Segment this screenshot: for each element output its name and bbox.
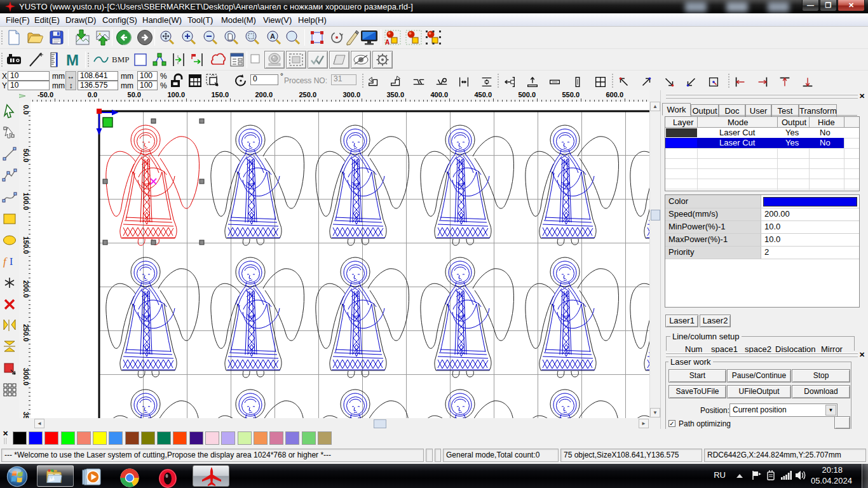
svg-text:150.0: 150.0 — [22, 236, 30, 254]
svg-text:100.0: 100.0 — [22, 193, 30, 210]
svg-text:500.0: 500.0 — [518, 91, 536, 98]
svg-text:150.0: 150.0 — [211, 91, 229, 98]
svg-text:550.0: 550.0 — [562, 91, 580, 98]
svg-text:300.0: 300.0 — [22, 368, 30, 386]
svg-text:400.0: 400.0 — [430, 91, 448, 98]
svg-text:250.0: 250.0 — [22, 324, 30, 342]
svg-text:A: A — [385, 39, 390, 46]
svg-text:200.0: 200.0 — [22, 280, 30, 298]
svg-text:250.0: 250.0 — [299, 91, 316, 98]
svg-text:200.0: 200.0 — [255, 91, 273, 98]
svg-text:450.0: 450.0 — [474, 91, 492, 98]
svg-text:-50.0: -50.0 — [37, 91, 53, 98]
svg-text:0.0: 0.0 — [88, 91, 97, 98]
svg-text:100.0: 100.0 — [167, 91, 185, 98]
svg-text:350.0: 350.0 — [22, 412, 30, 418]
svg-text:350.0: 350.0 — [386, 91, 404, 98]
svg-text:300.0: 300.0 — [342, 91, 360, 98]
svg-text:I: I — [10, 256, 13, 267]
svg-text:A: A — [270, 32, 275, 40]
svg-text:600.0: 600.0 — [606, 91, 623, 98]
svg-text:0.0: 0.0 — [22, 105, 30, 114]
svg-text:f: f — [3, 255, 8, 268]
svg-text:50.0: 50.0 — [128, 91, 141, 98]
